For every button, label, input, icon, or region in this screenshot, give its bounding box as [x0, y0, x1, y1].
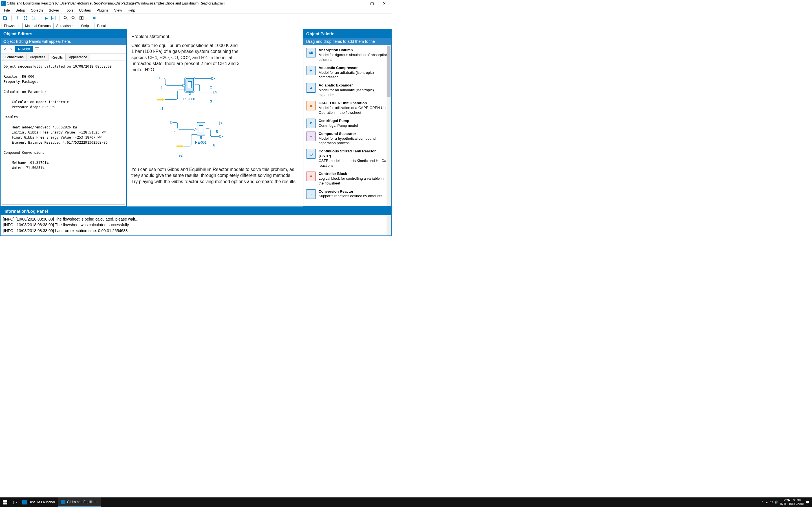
svg-point-12 — [64, 16, 66, 18]
grid-icon[interactable] — [23, 15, 29, 21]
palette-header: Object Palette — [303, 30, 391, 38]
palette-item-desc: Logical block for controlling a variable… — [319, 176, 388, 186]
menu-plugins[interactable]: Plugins — [94, 7, 111, 13]
object-tab[interactable]: RG-000 — [15, 46, 33, 52]
palette-item-title: Centrifugal Pump — [319, 119, 388, 123]
palette-list[interactable]: AB Absorption ColumnModel for rigorous s… — [303, 45, 391, 206]
palette-item[interactable]: A Controller BlockLogical block for cont… — [304, 170, 391, 187]
menu-solver[interactable]: Solver — [46, 7, 62, 13]
subtab-results[interactable]: Results — [48, 54, 66, 61]
menu-objects[interactable]: Objects — [28, 7, 46, 13]
palette-item-title: Controller Block — [319, 172, 388, 176]
palette-item-icon: → — [306, 189, 316, 199]
palette-item-icon: ▦ — [306, 101, 316, 110]
palette-item-desc: Model for an adiabatic (isentropic) comp… — [319, 70, 388, 80]
subtab-properties[interactable]: Properties — [27, 54, 49, 61]
nav-next[interactable]: > — [9, 47, 14, 52]
scrollbar-thumb[interactable] — [387, 46, 391, 97]
app-icon — [1, 1, 6, 6]
main-tabstrip: Flowsheet Material Streams Spreadsheet S… — [0, 22, 392, 29]
tab-material-streams[interactable]: Material Streams — [22, 23, 54, 29]
svg-rect-6 — [26, 16, 28, 17]
subtab-connections[interactable]: Connections — [2, 54, 27, 61]
menubar: File Setup Objects Solver Tools Utilitie… — [0, 7, 392, 14]
palette-item-desc: Model for utilization of a CAPE-OPEN Uni… — [319, 106, 388, 115]
reactor-letter: G — [189, 92, 191, 95]
log-line: [INFO] [10/08/2018 08:38:08] The flowshe… — [3, 216, 389, 222]
log-header: Information/Log Panel — [1, 207, 391, 215]
save-icon[interactable] — [2, 15, 8, 21]
palette-item-desc: CSTR model, supports Kinetic and HetCat … — [319, 159, 388, 168]
reactor-letter: E — [200, 136, 202, 139]
separator — [59, 15, 59, 20]
palette-item[interactable]: AB Absorption ColumnModel for rigorous s… — [304, 46, 391, 64]
tab-results[interactable]: Results — [94, 23, 111, 29]
svg-line-13 — [66, 18, 67, 20]
problem-footer: You can use both Gibbs and Equilibrium R… — [127, 165, 303, 188]
subtab-appearance[interactable]: Appearance — [66, 54, 90, 61]
palette-item[interactable]: ↔ Compound SeparatorModel for a hypothet… — [304, 130, 391, 148]
palette-item-title: CAPE-OPEN Unit Operation — [319, 101, 388, 106]
snowflake-icon[interactable]: ✱ — [91, 15, 97, 21]
palette-item-icon: AB — [306, 48, 316, 57]
check-icon[interactable]: ✓ — [51, 16, 56, 20]
stream-1-label: 1 — [161, 86, 163, 90]
svg-rect-17 — [81, 17, 82, 19]
palette-item[interactable]: ▦ CAPE-OPEN Unit OperationModel for util… — [304, 99, 391, 117]
play-icon[interactable]: ▶ — [43, 15, 49, 21]
fit-icon[interactable] — [79, 15, 84, 21]
zoom-in-icon[interactable] — [63, 15, 68, 21]
menu-setup[interactable]: Setup — [13, 7, 28, 13]
energy-stream-e1[interactable] — [157, 98, 165, 101]
menu-help[interactable]: Help — [125, 7, 138, 13]
separator — [88, 15, 88, 20]
log-line: [INFO] [10/08/2018 08:38:09] Last run ex… — [3, 228, 389, 233]
maximize-button[interactable]: ▢ — [366, 0, 378, 7]
settings-icon[interactable] — [31, 15, 36, 21]
menu-file[interactable]: File — [1, 7, 13, 13]
energy-stream-e2[interactable] — [176, 145, 184, 148]
nav-prev[interactable]: < — [2, 47, 8, 52]
object-tab-label: RG-000 — [18, 47, 30, 51]
svg-rect-8 — [26, 18, 28, 20]
close-icon[interactable]: × — [35, 47, 39, 51]
palette-item-desc: Model for a hypothetical compound separa… — [319, 136, 388, 146]
object-palette-panel: Object Palette Drag and drop items to ad… — [303, 29, 392, 207]
palette-item-icon: P — [306, 119, 316, 128]
palette-item-desc: Supports reactions defined by amounts — [319, 194, 388, 199]
palette-item-desc: Centrifugal Pump model — [319, 123, 388, 128]
svg-marker-20 — [211, 77, 215, 80]
palette-item[interactable]: ◀ Adiabatic ExpanderModel for an adiabat… — [304, 81, 391, 99]
reactor-re001[interactable] — [197, 122, 205, 135]
palette-item[interactable]: P Centrifugal PumpCentrifugal Pump model — [304, 117, 391, 130]
palette-item-title: Continuous Stirred Tank Reactor (CSTR) — [319, 149, 388, 159]
palette-item-title: Absorption Column — [319, 48, 388, 53]
palette-item-title: Compound Separator — [319, 131, 388, 136]
palette-item[interactable]: ▶ Adiabatic CompressorModel for an adiab… — [304, 64, 391, 82]
zoom-out-icon[interactable] — [71, 15, 77, 21]
menu-utilities[interactable]: Utilities — [76, 7, 94, 13]
svg-rect-7 — [24, 18, 25, 20]
close-button[interactable]: ✕ — [378, 0, 391, 7]
tab-spreadsheet[interactable]: Spreadsheet — [53, 23, 78, 29]
svg-marker-21 — [214, 91, 217, 94]
svg-rect-4 — [4, 18, 6, 19]
palette-item-title: Adiabatic Expander — [319, 83, 388, 88]
tab-scripts[interactable]: Scripts — [78, 23, 94, 29]
minimize-button[interactable]: — — [353, 0, 366, 7]
palette-item-icon: ◀ — [306, 83, 316, 93]
palette-item[interactable]: ◯ Continuous Stirred Tank Reactor (CSTR)… — [304, 147, 391, 170]
menu-tools[interactable]: Tools — [62, 7, 76, 13]
svg-marker-25 — [219, 135, 223, 138]
reactor-rg000[interactable] — [186, 78, 194, 92]
svg-marker-19 — [183, 84, 186, 87]
info-icon[interactable]: i — [15, 15, 20, 21]
palette-item-title: Conversion Reactor — [319, 189, 388, 194]
scrollbar[interactable] — [387, 45, 391, 206]
flowsheet-canvas[interactable]: Problem statement: Calculate the equilib… — [127, 29, 303, 207]
palette-item-icon: A — [306, 172, 316, 181]
scrollbar[interactable] — [387, 215, 391, 235]
menu-view[interactable]: View — [111, 7, 125, 13]
tab-flowsheet[interactable]: Flowsheet — [1, 23, 22, 29]
palette-item[interactable]: → Conversion ReactorSupports reactions d… — [304, 187, 391, 201]
